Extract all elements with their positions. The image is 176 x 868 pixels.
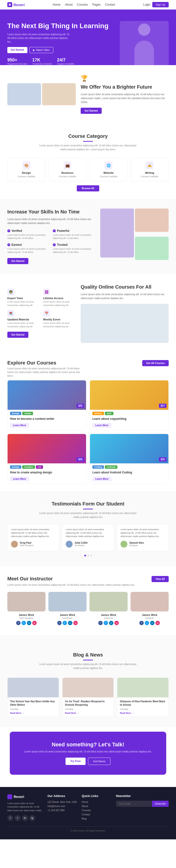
- easiest-title: ✓ Easiest: [7, 243, 50, 247]
- footer-copyright: © 2023 Reveri. All Rights Reserved.: [7, 827, 169, 832]
- checkmark-icon-4: ✓: [53, 243, 56, 246]
- category-business[interactable]: 💼 Business Courses Available: [48, 158, 86, 181]
- category-business-count: Courses Available: [51, 175, 84, 178]
- footer-address-2: info@reveri.com: [47, 805, 77, 808]
- facebook-icon-2[interactable]: f: [57, 621, 62, 625]
- linkedin-icon[interactable]: in: [27, 621, 31, 625]
- nav-pages[interactable]: Pages: [93, 3, 101, 6]
- blog-read-more-3[interactable]: Read More →: [120, 712, 166, 714]
- future-image-1: [7, 83, 41, 105]
- newsletter-email-input[interactable]: [116, 801, 152, 807]
- future-cta-button[interactable]: Get Started: [81, 108, 102, 114]
- linkedin-icon-2[interactable]: in: [68, 621, 72, 625]
- course-card-4[interactable]: $25 Coding Android Learn about Android C…: [90, 434, 169, 484]
- trophy-icon: 🏆: [81, 75, 169, 82]
- footer-logo-icon: [7, 794, 12, 799]
- dot-3[interactable]: [90, 555, 92, 556]
- footer: Reveri Lorem ipsum dolor sit amet consec…: [0, 787, 176, 839]
- instagram-icon-2[interactable]: ig: [73, 621, 78, 625]
- nav-home[interactable]: Home: [52, 3, 60, 6]
- categories-desc: Lorem ipsum dolor sit amet consectetur a…: [39, 144, 137, 152]
- browse-all-button[interactable]: Browse All: [77, 185, 99, 191]
- learn-more-button-1[interactable]: Learn More: [10, 423, 29, 428]
- cta-try-free-button[interactable]: Try Free: [66, 757, 86, 765]
- login-button[interactable]: Login: [143, 3, 150, 6]
- linkedin-icon-3[interactable]: in: [109, 621, 113, 625]
- instagram-icon-3[interactable]: ig: [114, 621, 119, 625]
- twitter-icon-2[interactable]: t: [63, 621, 67, 625]
- skills-image-2: [135, 209, 169, 232]
- author-info-3: Samuel Alen Designer: [129, 541, 144, 547]
- nav-contact[interactable]: Contact: [105, 3, 115, 6]
- see-all-courses-button[interactable]: See All Courses: [142, 360, 169, 366]
- category-design[interactable]: 🎨 Design Courses Available: [7, 158, 45, 181]
- course-thumb-4: $25: [90, 434, 168, 463]
- learn-more-button-3[interactable]: Learn More: [10, 476, 29, 481]
- learn-more-button-4[interactable]: Learn More: [93, 476, 111, 481]
- facebook-icon-3[interactable]: f: [98, 621, 103, 625]
- testimonials-grid: Lorem ipsum dolor sit amet consectetur a…: [7, 524, 169, 551]
- course-name-4: Learn about Android Coding: [90, 470, 168, 475]
- learn-more-button-2[interactable]: Learn More: [93, 423, 111, 428]
- hero-image: [120, 21, 169, 65]
- category-website[interactable]: 🌐 Website Courses Available: [90, 158, 128, 181]
- footer-twitter-icon[interactable]: t: [15, 815, 21, 821]
- explore-desc: Lorem ipsum dolor sit amet consectetur a…: [7, 367, 81, 378]
- instagram-icon[interactable]: ig: [32, 621, 37, 625]
- footer-link-blog[interactable]: Blog: [82, 817, 111, 820]
- blog-card-2[interactable]: I'm So Tired': Readers Respond to School…: [62, 678, 114, 717]
- signup-button[interactable]: Sign Up: [152, 2, 169, 7]
- course-price-2: $27: [159, 404, 167, 408]
- footer-links-title: Quick Links: [82, 794, 111, 798]
- future-section: 🏆 We Offer You a Brighter Future Lorem i…: [0, 65, 176, 124]
- course-card-1[interactable]: $25 Design Adobe How to become a content…: [7, 380, 86, 430]
- explore-header: Explore Our Courses Lorem ipsum dolor si…: [0, 353, 176, 380]
- category-writing[interactable]: ✍️ Writing Courses Available: [131, 158, 169, 181]
- dot-2[interactable]: [87, 555, 89, 556]
- play-icon: ▶: [33, 49, 35, 52]
- facebook-icon-4[interactable]: f: [139, 621, 144, 625]
- footer-instagram-icon[interactable]: ig: [29, 815, 35, 821]
- blog-read-more-1[interactable]: Read More →: [10, 712, 56, 714]
- blog-divider: [83, 660, 93, 660]
- twitter-icon[interactable]: t: [22, 621, 26, 625]
- instagram-icon-4[interactable]: ig: [155, 621, 160, 625]
- course-card-2[interactable]: $27 Writing SEO Learn about copywriting …: [90, 380, 169, 430]
- footer-link-home[interactable]: Home: [82, 801, 111, 803]
- facebook-icon[interactable]: f: [16, 621, 21, 625]
- business-icon: 💼: [64, 161, 71, 169]
- author-info-1: Greg Paul Web Designer: [20, 541, 34, 547]
- footer-link-courses[interactable]: Courses: [82, 809, 111, 812]
- course-card-3[interactable]: $25 Design Creative Art How to create am…: [7, 434, 86, 484]
- dot-1[interactable]: [84, 555, 86, 556]
- future-image-2: [42, 83, 76, 105]
- blog-card-3[interactable]: Glimpses of How Pandemic Went Back to Sc…: [117, 678, 169, 717]
- nav-about[interactable]: About: [65, 3, 72, 6]
- cta-get-demo-button[interactable]: Get Demo: [88, 757, 110, 765]
- powerful-title: ✓ Powerful: [53, 229, 95, 232]
- footer-link-about[interactable]: About: [82, 805, 111, 808]
- instructors-grid: James Wick Web Designer f t in ig James …: [7, 592, 169, 625]
- footer-facebook-icon[interactable]: f: [7, 815, 13, 821]
- hero-start-button[interactable]: Get Started: [7, 47, 27, 53]
- blog-date-1: Tuesday ·: [10, 708, 56, 710]
- course-name-3: How to create amazing design: [8, 470, 86, 475]
- skills-cta-button[interactable]: Get Started: [7, 258, 28, 264]
- twitter-icon-4[interactable]: t: [145, 621, 149, 625]
- blog-card-1[interactable]: This School Year Has Been Unlike Any Oth…: [7, 678, 59, 717]
- instructor-name-2: James Wick: [48, 613, 86, 616]
- newsletter-subscribe-button[interactable]: Subscribe: [152, 801, 169, 807]
- blog-read-more-2[interactable]: Read More →: [65, 712, 111, 714]
- footer-link-contact[interactable]: Contact: [82, 813, 111, 816]
- footer-linkedin-icon[interactable]: in: [22, 815, 28, 821]
- updated-material-desc: Lorem ipsum dolor sit amet consectetur a…: [7, 322, 40, 328]
- hero-video-button[interactable]: ▶ Watch Video: [29, 47, 53, 53]
- logo[interactable]: Reveri: [7, 2, 25, 7]
- linkedin-icon-4[interactable]: in: [150, 621, 154, 625]
- quality-cta-button[interactable]: Get Started: [7, 332, 28, 338]
- instructor-name-3: James Wick: [90, 613, 128, 616]
- nav-courses[interactable]: Courses: [77, 3, 88, 6]
- view-all-instructors-button[interactable]: View All: [151, 576, 169, 582]
- future-title: We Offer You a Brighter Future: [81, 84, 169, 90]
- twitter-icon-3[interactable]: t: [104, 621, 108, 625]
